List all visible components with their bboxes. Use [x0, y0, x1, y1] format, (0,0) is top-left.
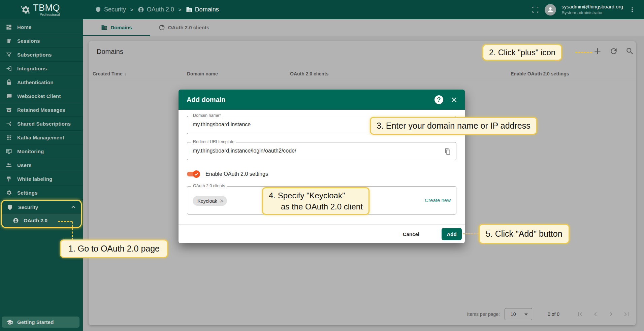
sidebar-item-shared-subscriptions[interactable]: Shared Subscriptions [0, 117, 83, 131]
sidebar-item-settings[interactable]: Settings [0, 186, 83, 200]
sidebar-item-monitoring[interactable]: Monitoring [0, 144, 83, 158]
toggle-thumb [193, 170, 200, 178]
connector-step5 [463, 233, 479, 234]
getting-started-button[interactable]: Getting Started [2, 317, 79, 328]
callout-step3: 3. Enter your domain name or IP address [370, 117, 537, 135]
domain-icon [186, 6, 192, 13]
user-info[interactable]: sysadmin@thingsboard.org System administ… [561, 4, 623, 15]
enable-oauth-toggle-row: Enable OAuth 2.0 settings [187, 170, 268, 178]
breadcrumb-separator: > [179, 7, 182, 12]
connector-step1-vertical [72, 222, 73, 240]
redirect-uri-field[interactable]: Redirect URI template [187, 142, 456, 160]
sidebar: Home Sessions Subscriptions Integrations… [0, 19, 83, 331]
sidebar-item-security[interactable]: Security [2, 201, 81, 213]
breadcrumb: Security > OAuth 2.0 > Domains [95, 0, 219, 19]
connector-step2 [575, 52, 592, 53]
enable-oauth-toggle[interactable] [187, 172, 199, 176]
breadcrumb-oauth[interactable]: OAuth 2.0 [138, 6, 174, 13]
archive-icon [6, 107, 12, 113]
user-role: System administrator [561, 10, 623, 15]
person-icon [547, 6, 554, 13]
sidebar-security-group: Security OAuth 2.0 [1, 200, 82, 228]
book-icon [6, 38, 12, 44]
sidebar-item-sessions[interactable]: Sessions [0, 34, 83, 48]
redirect-uri-label: Redirect URI template [191, 139, 236, 144]
connector-step1-horizontal [58, 221, 72, 222]
logo-title: TBMQ [33, 3, 60, 13]
paint-icon [6, 176, 12, 182]
chevron-up-icon [71, 204, 76, 210]
copy-icon[interactable] [444, 148, 451, 155]
monitor-icon [6, 148, 12, 155]
fullscreen-icon[interactable] [532, 6, 539, 13]
lock-icon [6, 79, 12, 86]
dashboard-icon [6, 24, 12, 30]
breadcrumb-separator: > [130, 7, 133, 12]
check-icon [194, 172, 199, 176]
toggle-label: Enable OAuth 2.0 settings [205, 171, 268, 177]
dialog-header: Add domain ? [179, 90, 465, 110]
callout-step1: 1. Go to OAuth 2.0 page [60, 239, 168, 258]
gear-icon [6, 190, 12, 196]
sidebar-item-kafka-management[interactable]: Kafka Management [0, 131, 83, 144]
shield-icon [95, 6, 101, 13]
school-icon [6, 319, 13, 326]
user-avatar[interactable] [545, 4, 556, 15]
callout-step5: 5. Click "Add" button [479, 224, 570, 244]
create-new-link[interactable]: Create new [425, 197, 451, 203]
sidebar-item-oauth[interactable]: OAuth 2.0 [2, 213, 81, 227]
filter-icon [6, 52, 12, 58]
redirect-uri-input[interactable] [193, 148, 415, 154]
tbmq-logo[interactable]: TBMQ Professional [20, 3, 60, 16]
add-button[interactable]: Add [442, 228, 462, 240]
chat-icon [6, 93, 12, 99]
sidebar-item-subscriptions[interactable]: Subscriptions [0, 48, 83, 62]
input-icon [6, 65, 12, 72]
account-circle-icon [13, 218, 19, 224]
add-domain-dialog: Add domain ? Domain name* Redirect URI t… [179, 90, 465, 243]
branch-icon [6, 121, 12, 127]
keycloak-chip[interactable]: Keycloak ✕ [193, 196, 227, 206]
shield-icon [7, 204, 13, 210]
domain-name-label: Domain name* [191, 113, 223, 118]
breadcrumb-domains[interactable]: Domains [186, 6, 219, 13]
sidebar-item-websocket-client[interactable]: WebSocket Client [0, 89, 83, 103]
close-icon[interactable] [450, 96, 458, 104]
people-icon [6, 162, 12, 168]
sidebar-item-users[interactable]: Users [0, 158, 83, 172]
sidebar-item-authentication[interactable]: Authentication [0, 75, 83, 89]
account-circle-icon [138, 6, 144, 13]
dialog-title: Add domain [187, 96, 226, 104]
cancel-button[interactable]: Cancel [399, 229, 423, 240]
oauth-clients-label: OAuth 2.0 clients [191, 184, 227, 188]
user-email: sysadmin@thingsboard.org [561, 4, 623, 10]
chip-remove-icon[interactable]: ✕ [220, 198, 224, 204]
more-vert-icon[interactable] [629, 6, 636, 13]
sidebar-item-home[interactable]: Home [0, 20, 83, 34]
tbmq-logo-icon [20, 5, 30, 15]
callout-step4: 4. Specify "Keycloak" as the OAuth 2.0 c… [262, 187, 369, 215]
dialog-divider [179, 224, 465, 225]
breadcrumb-security[interactable]: Security [95, 6, 126, 13]
top-header: TBMQ Professional Security > OAuth 2.0 >… [0, 0, 644, 19]
help-icon[interactable]: ? [434, 95, 443, 104]
sidebar-item-retained-messages[interactable]: Retained Messages [0, 103, 83, 117]
callout-step2: 2. Click "plus" icon [482, 44, 562, 61]
sidebar-item-integrations[interactable]: Integrations [0, 62, 83, 75]
apps-grid-icon [6, 134, 12, 141]
sidebar-item-white-labeling[interactable]: White labeling [0, 172, 83, 186]
